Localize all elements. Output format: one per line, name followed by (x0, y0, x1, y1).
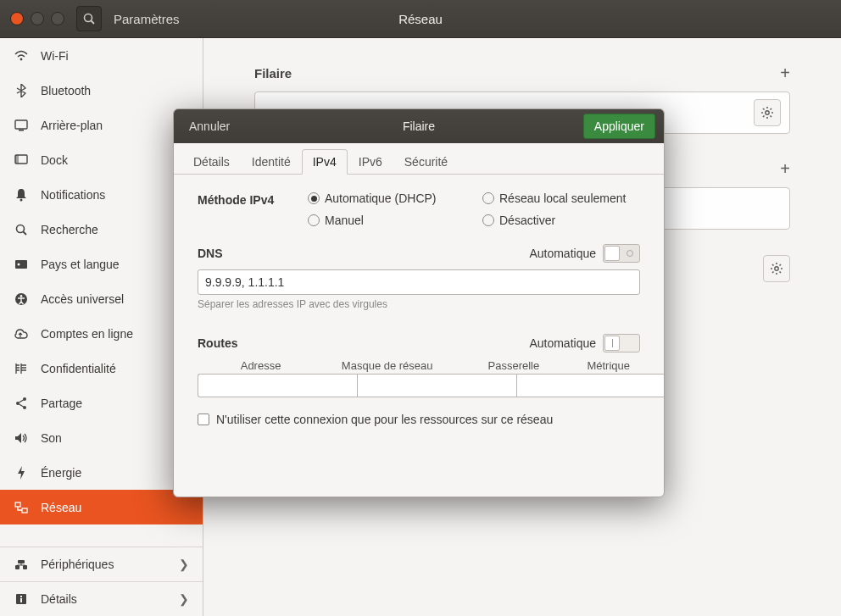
svg-rect-27 (20, 596, 22, 597)
connection-settings-button[interactable] (754, 99, 781, 126)
svg-rect-6 (15, 155, 19, 164)
svg-point-11 (18, 263, 20, 265)
wifi-icon (14, 49, 29, 63)
section-title: Filaire (254, 66, 292, 80)
page-title: Réseau (398, 12, 443, 26)
chevron-right-icon: ❯ (179, 592, 189, 606)
svg-rect-20 (22, 508, 27, 513)
window-minimize-button[interactable] (31, 12, 44, 25)
sidebar-item-bluetooth[interactable]: Bluetooth (0, 73, 203, 108)
search-icon (82, 12, 96, 25)
dns-input[interactable] (198, 269, 640, 295)
sidebar-item-label: Bluetooth (41, 84, 91, 97)
sidebar-item-label: Accès universel (41, 292, 124, 306)
sidebar-item-label: Recherche (41, 223, 98, 236)
tab-ipv6[interactable]: IPv6 (348, 149, 393, 175)
sidebar-item-wifi[interactable]: Wi-Fi (0, 38, 203, 73)
apply-button[interactable]: Appliquer (583, 114, 655, 139)
routes-auto-toggle[interactable] (603, 334, 640, 352)
background-icon (14, 119, 29, 131)
sidebar-item-label: Partage (41, 397, 82, 410)
add-connection-button[interactable]: + (780, 64, 790, 83)
window-titlebar: Paramètres Réseau (0, 0, 841, 38)
radio-icon (482, 214, 494, 226)
sidebar-item-label: Notifications (41, 188, 105, 202)
method-disable-radio[interactable]: Désactiver (482, 214, 640, 227)
sidebar-item-label: Réseau (41, 501, 81, 514)
toggle-knob (604, 246, 620, 261)
routes-heading: Routes (198, 336, 237, 350)
sound-icon (14, 432, 29, 444)
tab-details[interactable]: Détails (182, 149, 241, 175)
share-icon (14, 397, 29, 410)
radio-label: Manuel (325, 214, 364, 227)
search-icon (14, 223, 29, 236)
only-resources-checkbox[interactable] (198, 413, 209, 425)
toggle-dot-icon (627, 250, 633, 257)
bluetooth-icon (14, 84, 29, 97)
method-local-radio[interactable]: Réseau local seulement (482, 191, 640, 205)
route-gateway-input[interactable] (516, 374, 665, 397)
svg-point-13 (20, 295, 23, 297)
region-icon (14, 258, 29, 270)
svg-point-0 (85, 14, 92, 22)
svg-rect-28 (20, 598, 22, 602)
radio-icon (482, 192, 494, 204)
routes-table-header: Adresse Masque de réseau Passerelle Métr… (198, 359, 640, 374)
sidebar-item-details[interactable]: Détails ❯ (0, 581, 203, 616)
svg-rect-4 (19, 130, 24, 131)
svg-rect-21 (18, 560, 25, 563)
gear-icon (760, 106, 774, 119)
route-netmask-input[interactable] (357, 374, 516, 397)
svg-rect-23 (23, 565, 27, 569)
radio-icon (308, 192, 320, 204)
dns-auto-toggle[interactable] (603, 244, 640, 263)
cancel-button[interactable]: Annuler (182, 116, 237, 136)
dns-heading: DNS (198, 247, 223, 260)
window-close-button[interactable] (10, 12, 24, 25)
route-address-input[interactable] (198, 374, 357, 397)
tab-ipv4[interactable]: IPv4 (302, 149, 348, 175)
chevron-right-icon: ❯ (179, 558, 189, 571)
sidebar-item-label: Pays et langue (41, 258, 120, 271)
method-manual-radio[interactable]: Manuel (308, 214, 465, 227)
tab-security[interactable]: Sécurité (393, 149, 459, 175)
dns-auto-label: Automatique (529, 247, 596, 260)
devices-icon (14, 558, 29, 570)
dns-hint: Séparer les adresses IP avec des virgule… (198, 298, 640, 310)
sidebar-item-label: Confidentialité (41, 362, 116, 375)
sidebar-item-label: Énergie (41, 466, 81, 480)
radio-label: Automatique (DHCP) (325, 191, 437, 205)
ipv4-method-label: Méthode IPv4 (198, 191, 308, 227)
routes-auto-label: Automatique (529, 336, 596, 350)
svg-line-1 (92, 21, 95, 25)
svg-point-2 (20, 58, 23, 60)
add-connection-button-2[interactable]: + (780, 159, 790, 179)
header-search-button[interactable] (76, 6, 102, 31)
app-title: Paramètres (114, 12, 180, 26)
section-heading-wired: Filaire + (254, 64, 790, 83)
details-icon (14, 593, 29, 605)
method-auto-radio[interactable]: Automatique (DHCP) (308, 191, 465, 205)
dialog-tabs: Détails Identité IPv4 IPv6 Sécurité (174, 143, 664, 175)
window-maximize-button[interactable] (51, 12, 64, 25)
bell-icon (14, 188, 29, 202)
sidebar-item-devices[interactable]: Périphériques ❯ (0, 547, 203, 581)
sidebar-item-label: Détails (41, 592, 77, 606)
sidebar-item-label: Arrière-plan (41, 119, 103, 132)
svg-point-7 (20, 198, 23, 201)
tab-identity[interactable]: Identité (241, 149, 302, 175)
sidebar-item-network[interactable]: Réseau (0, 490, 203, 524)
window-controls (10, 12, 64, 25)
connection-settings-button-2[interactable] (763, 255, 790, 282)
svg-point-8 (17, 225, 25, 232)
sidebar-item-label: Périphériques (41, 558, 114, 571)
radio-icon (308, 214, 320, 226)
only-resources-label: N'utiliser cette connexion que pour les … (216, 413, 553, 426)
radio-label: Désactiver (499, 214, 555, 227)
gear-icon (770, 262, 783, 275)
dialog-title: Filaire (403, 119, 435, 133)
dialog-titlebar: Annuler Filaire Appliquer (174, 109, 664, 143)
network-icon (14, 502, 29, 513)
svg-rect-10 (15, 260, 27, 269)
